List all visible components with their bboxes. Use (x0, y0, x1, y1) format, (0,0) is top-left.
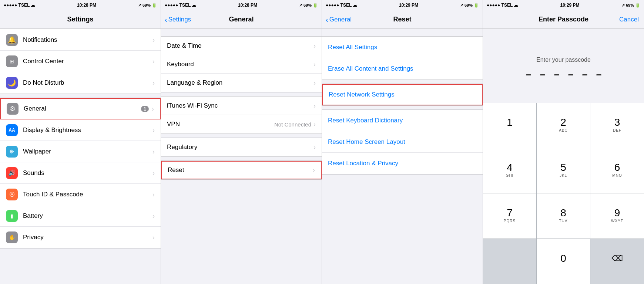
reset-home-screen-row[interactable]: Reset Home Screen Layout (322, 131, 483, 153)
reset-section-2: Reset Network Settings (322, 84, 483, 106)
settings-section-1: 🔔 Notifications › ⊞ Control Center › 🌙 D… (0, 29, 161, 94)
vpn-chevron: › (313, 121, 316, 128)
numpad-key-6[interactable]: 6 MNO (590, 148, 644, 194)
status-left-4: ●●●●● TSEL ☁ (487, 3, 518, 8)
status-bar-4: ●●●●● TSEL ☁ 10:29 PM ↗ 69% 🔋 (483, 0, 644, 10)
passcode-subtitle: Enter your passcode (536, 57, 591, 63)
general-back-chevron: ‹ (165, 16, 167, 23)
numpad-letters-7: PQRS (504, 219, 516, 224)
numpad: 1 2 ABC 3 DEF 4 GHI 5 JKL 6 MNO 7 PQRS 8 (483, 103, 644, 284)
numpad-number-4: 4 (507, 162, 513, 173)
reset-chevron: › (313, 167, 315, 173)
reset-back-button[interactable]: ‹ General (326, 16, 352, 23)
numpad-key-3[interactable]: 3 DEF (590, 103, 644, 148)
wallpaper-row[interactable]: ❋ Wallpaper › (0, 141, 161, 162)
reset-keyboard-label: Reset Keyboard Dictionary (328, 117, 403, 124)
control-center-row[interactable]: ⊞ Control Center › (0, 51, 161, 72)
do-not-disturb-chevron: › (152, 80, 155, 86)
numpad-letters-6: MNO (612, 173, 622, 179)
control-center-label: Control Center (23, 58, 152, 65)
nav-bar-1: Settings (0, 10, 161, 29)
numpad-letters-5: JKL (560, 173, 567, 179)
itunes-wifi-row[interactable]: iTunes Wi-Fi Sync › (161, 97, 322, 115)
regulatory-label: Regulatory (167, 143, 313, 151)
status-bar-3: ●●●●● TSEL ☁ 10:29 PM ↗ 69% 🔋 (322, 0, 483, 10)
numpad-number-9: 9 (614, 208, 620, 218)
reset-panel: ●●●●● TSEL ☁ 10:29 PM ↗ 69% 🔋 ‹ General … (322, 0, 483, 284)
numpad-key-7[interactable]: 7 PQRS (483, 193, 537, 239)
reset-section-3: Reset Keyboard Dictionary Reset Home Scr… (322, 109, 483, 175)
numpad-letters-3: DEF (613, 128, 621, 133)
privacy-icon: ✋ (6, 231, 18, 243)
itunes-wifi-chevron: › (313, 102, 316, 109)
date-time-row[interactable]: Date & Time › (161, 37, 322, 55)
keyboard-label: Keyboard (167, 61, 313, 68)
numpad-letters-8: TUV (559, 219, 568, 224)
do-not-disturb-icon: 🌙 (6, 77, 18, 89)
touch-id-label: Touch ID & Passcode (23, 191, 152, 198)
language-region-row[interactable]: Language & Region › (161, 74, 322, 92)
general-back-button[interactable]: ‹ Settings (165, 16, 191, 23)
display-brightness-row[interactable]: AA Display & Brightness › (0, 119, 161, 141)
reset-network-label: Reset Network Settings (329, 91, 395, 98)
general-row[interactable]: ⚙ General 1 › (0, 98, 161, 119)
status-bar-1: ●●●●● TSEL ☁ 10:28 PM ↗ 69% 🔋 (0, 0, 161, 10)
privacy-row[interactable]: ✋ Privacy › (0, 227, 161, 248)
notifications-row[interactable]: 🔔 Notifications › (0, 29, 161, 51)
numpad-empty-number (508, 253, 511, 264)
status-left-3: ●●●●● TSEL ☁ (326, 3, 357, 8)
vpn-value: Not Connected (274, 121, 311, 128)
reset-location-label: Reset Location & Privacy (328, 160, 398, 167)
regulatory-chevron: › (313, 144, 316, 151)
wallpaper-label: Wallpaper (23, 148, 152, 155)
privacy-label: Privacy (23, 234, 152, 241)
reset-all-settings-label: Reset All Settings (328, 44, 377, 51)
display-brightness-chevron: › (152, 127, 155, 133)
vpn-row[interactable]: VPN Not Connected › (161, 115, 322, 133)
reset-keyboard-row[interactable]: Reset Keyboard Dictionary (322, 110, 483, 131)
reset-home-screen-label: Reset Home Screen Layout (328, 138, 405, 146)
keyboard-row[interactable]: Keyboard › (161, 55, 322, 74)
reset-back-label: General (329, 16, 352, 23)
display-brightness-label: Display & Brightness (23, 126, 152, 134)
regulatory-row[interactable]: Regulatory › (161, 138, 322, 156)
sounds-icon: 🔊 (6, 167, 18, 179)
cancel-button[interactable]: Cancel (619, 16, 639, 23)
numpad-key-0[interactable]: 0 (537, 239, 590, 284)
do-not-disturb-row[interactable]: 🌙 Do Not Disturb › (0, 72, 161, 94)
numpad-key-delete[interactable]: ⌫ (590, 239, 644, 284)
nav-bar-4: Enter Passcode Cancel (483, 10, 644, 29)
touch-id-row[interactable]: ⦿ Touch ID & Passcode › (0, 184, 161, 205)
numpad-number-8: 8 (560, 208, 566, 218)
numpad-empty-letters (509, 264, 510, 270)
touch-id-chevron: › (152, 191, 155, 198)
numpad-key-9[interactable]: 9 WXYZ (590, 193, 644, 239)
reset-row[interactable]: Reset › (161, 161, 322, 179)
date-time-chevron: › (313, 43, 316, 49)
numpad-letters-0 (563, 264, 564, 270)
passcode-dot-3 (554, 74, 559, 75)
passcode-dot-1 (526, 74, 531, 75)
status-right-2: ↗ 69% 🔋 (299, 3, 318, 8)
language-region-chevron: › (313, 80, 316, 86)
numpad-key-4[interactable]: 4 GHI (483, 148, 537, 194)
nav-title-3: Reset (393, 16, 411, 23)
numpad-number-2: 2 (560, 117, 566, 128)
numpad-letters-2: ABC (559, 128, 568, 133)
general-section-1: Date & Time › Keyboard › Language & Regi… (161, 36, 322, 92)
reset-network-row[interactable]: Reset Network Settings (322, 84, 483, 105)
passcode-dot-4 (568, 74, 573, 75)
numpad-key-8[interactable]: 8 TUV (537, 193, 590, 239)
reset-label: Reset (168, 166, 313, 174)
numpad-key-1[interactable]: 1 (483, 103, 537, 148)
itunes-wifi-label: iTunes Wi-Fi Sync (167, 102, 313, 109)
general-panel: ●●●●● TSEL ☁ 10:28 PM ↗ 69% 🔋 ‹ Settings… (161, 0, 322, 284)
sounds-row[interactable]: 🔊 Sounds › (0, 162, 161, 184)
numpad-key-2[interactable]: 2 ABC (537, 103, 590, 148)
erase-all-row[interactable]: Erase All Content and Settings (322, 58, 483, 80)
battery-row[interactable]: ▮ Battery › (0, 205, 161, 227)
reset-location-row[interactable]: Reset Location & Privacy (322, 153, 483, 174)
numpad-key-5[interactable]: 5 JKL (537, 148, 590, 194)
reset-all-settings-row[interactable]: Reset All Settings (322, 37, 483, 58)
status-time-3: 10:29 PM (399, 3, 418, 8)
